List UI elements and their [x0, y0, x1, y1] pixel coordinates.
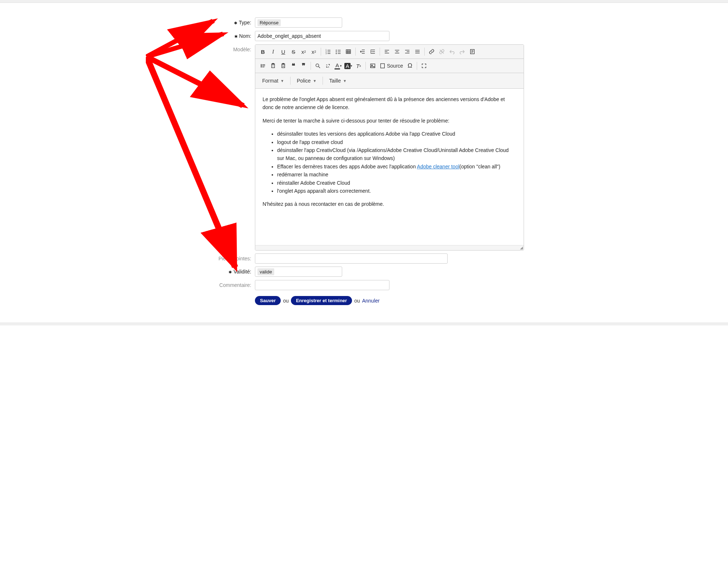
align-left-icon[interactable]: [382, 47, 392, 56]
editor-toolbar-2: T W ❝ ❞ ab A▾ A▾ Tx: [255, 59, 524, 73]
validity-select[interactable]: valide: [255, 267, 342, 277]
chevron-down-icon: ▼: [280, 79, 284, 83]
replace-icon[interactable]: ab: [323, 61, 333, 71]
underline-icon[interactable]: U: [279, 47, 288, 56]
steps-list: désinstaller toutes les versions des app…: [277, 130, 516, 195]
list-item: logout de l'app creative cloud: [277, 138, 516, 146]
source-label: Source: [387, 63, 403, 69]
image-icon[interactable]: [368, 61, 377, 71]
quote-left-icon[interactable]: ❝: [289, 61, 298, 71]
font-dd-label: Police: [297, 78, 311, 84]
outdent-icon[interactable]: [358, 47, 367, 56]
attachments-input[interactable]: [255, 253, 448, 264]
svg-rect-16: [346, 50, 351, 54]
bold-icon[interactable]: B: [258, 47, 268, 56]
format-dd-label: Format: [262, 78, 278, 84]
cancel-link[interactable]: Annuler: [362, 298, 380, 304]
comment-input[interactable]: [255, 280, 389, 290]
ordered-list-icon[interactable]: 123: [323, 47, 333, 56]
list-item: Effacer les dernères traces des apps Ado…: [277, 163, 516, 171]
format-dropdown[interactable]: Format ▼: [258, 75, 288, 86]
svg-text:b: b: [328, 66, 329, 68]
svg-rect-58: [371, 64, 375, 68]
rich-text-editor: B I U S x2 x2 123: [255, 44, 524, 251]
quote-right-icon[interactable]: ❞: [299, 61, 308, 71]
maximize-icon[interactable]: [419, 61, 429, 71]
source-button[interactable]: Source: [378, 61, 404, 71]
svg-point-54: [316, 64, 319, 67]
indent-icon[interactable]: [368, 47, 377, 56]
size-dropdown[interactable]: Taille ▼: [325, 75, 351, 86]
remove-format-icon[interactable]: Tx: [354, 61, 363, 71]
save-button[interactable]: Sauver: [255, 296, 281, 305]
svg-point-10: [336, 50, 337, 51]
chevron-down-icon: ▼: [343, 79, 347, 83]
name-input[interactable]: [255, 31, 389, 41]
svg-text:3: 3: [325, 52, 327, 55]
svg-point-14: [336, 53, 337, 54]
top-bar: [0, 0, 728, 3]
svg-rect-60: [381, 64, 385, 68]
name-label: Nom:: [164, 31, 255, 41]
separator: [290, 77, 291, 85]
cleaner-tool-link[interactable]: Adobe cleaner tool: [417, 164, 460, 169]
list-item: réinstaller Adobe Creative Cloud: [277, 179, 516, 187]
validity-label: Validité:: [164, 267, 255, 277]
undo-icon[interactable]: [447, 47, 457, 56]
separator: [380, 48, 380, 56]
find-icon[interactable]: [313, 61, 323, 71]
size-dd-label: Taille: [329, 78, 341, 84]
action-buttons: Sauver ou Enregistrer et terminer ou Ann…: [255, 296, 564, 305]
unordered-list-icon[interactable]: [333, 47, 343, 56]
svg-text:W: W: [282, 65, 284, 67]
align-center-icon[interactable]: [392, 47, 402, 56]
separator: [323, 77, 323, 85]
attachments-label: Pièces jointes:: [164, 253, 255, 264]
blockquote-icon[interactable]: [258, 61, 268, 71]
editor-toolbar-1: B I U S x2 x2 123: [255, 45, 524, 59]
templates-icon[interactable]: [468, 47, 477, 56]
align-right-icon[interactable]: [403, 47, 412, 56]
svg-text:a: a: [326, 64, 328, 66]
editor-content[interactable]: Le problème de l'onglet Apps absent est …: [255, 89, 524, 245]
list-item: redémarrer la machine: [277, 171, 516, 179]
chevron-down-icon: ▼: [313, 79, 316, 83]
text: Effacer les dernères traces des apps Ado…: [277, 164, 417, 169]
table-icon[interactable]: [344, 47, 353, 56]
separator: [365, 62, 366, 70]
redo-icon[interactable]: [457, 47, 467, 56]
italic-icon[interactable]: I: [268, 47, 278, 56]
type-value-tag: Réponse: [257, 19, 281, 26]
font-dropdown[interactable]: Police ▼: [293, 75, 320, 86]
separator: [355, 48, 356, 56]
text-color-icon[interactable]: A▾: [333, 61, 343, 71]
subscript-icon[interactable]: x2: [299, 47, 308, 56]
superscript-icon[interactable]: x2: [309, 47, 319, 56]
type-select[interactable]: Réponse: [255, 17, 342, 28]
list-item: désinstaller toutes les versions des app…: [277, 130, 516, 138]
or-text: ou: [283, 298, 289, 304]
save-finish-button[interactable]: Enregistrer et terminer: [291, 296, 352, 305]
special-char-icon[interactable]: Ω: [405, 61, 415, 71]
list-item: désinstaller l'app CreativCloud (via /Ap…: [277, 146, 516, 163]
paste-text-icon[interactable]: T: [268, 61, 278, 71]
svg-point-12: [336, 51, 337, 52]
bg-color-icon[interactable]: A▾: [344, 61, 353, 71]
or-text: ou: [354, 298, 360, 304]
svg-line-55: [319, 67, 320, 68]
link-icon[interactable]: [427, 47, 436, 56]
unlink-icon[interactable]: [437, 47, 447, 56]
paragraph: N'hésitez pas à nous recontacter en cas …: [263, 200, 516, 208]
list-item: l'onglet Apps apparaît alors correctemen…: [277, 187, 516, 195]
editor-toolbar-3: Format ▼ Police ▼ Taille ▼: [255, 73, 524, 89]
paste-word-icon[interactable]: W: [279, 61, 288, 71]
separator: [424, 48, 425, 56]
text: (option "clean all"): [459, 164, 500, 169]
type-label: Type:: [164, 17, 255, 28]
resize-handle[interactable]: [255, 245, 524, 250]
bottom-bar: [0, 323, 728, 325]
align-justify-icon[interactable]: [413, 47, 422, 56]
separator: [311, 62, 311, 70]
paragraph: Merci de tenter la marche à suivre ci-de…: [263, 117, 516, 125]
strike-icon[interactable]: S: [289, 47, 298, 56]
